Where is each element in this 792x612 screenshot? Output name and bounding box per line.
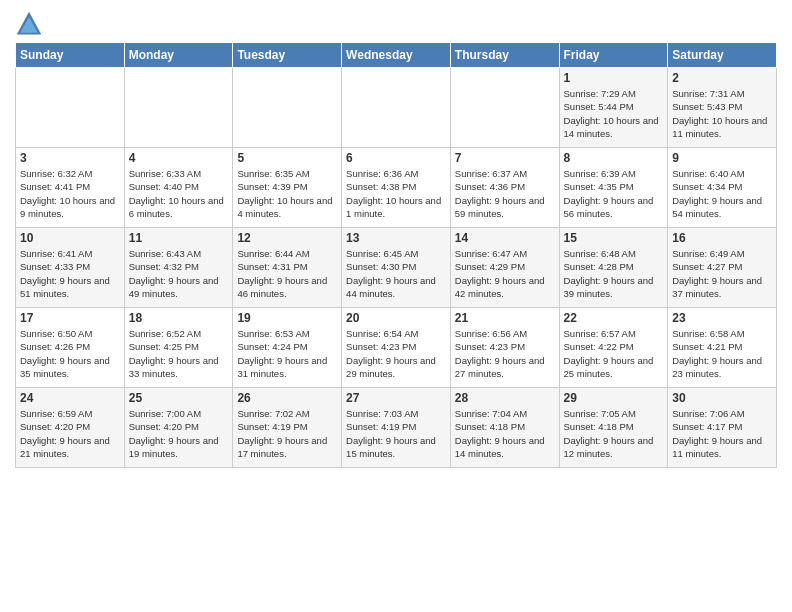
day-number: 17 [20, 311, 120, 325]
day-info: Sunrise: 6:32 AM Sunset: 4:41 PM Dayligh… [20, 167, 120, 220]
calendar-cell [342, 68, 451, 148]
day-number: 4 [129, 151, 229, 165]
day-number: 14 [455, 231, 555, 245]
calendar-cell: 20Sunrise: 6:54 AM Sunset: 4:23 PM Dayli… [342, 308, 451, 388]
calendar-cell: 16Sunrise: 6:49 AM Sunset: 4:27 PM Dayli… [668, 228, 777, 308]
day-info: Sunrise: 6:48 AM Sunset: 4:28 PM Dayligh… [564, 247, 664, 300]
day-info: Sunrise: 6:49 AM Sunset: 4:27 PM Dayligh… [672, 247, 772, 300]
day-number: 5 [237, 151, 337, 165]
day-number: 18 [129, 311, 229, 325]
calendar-cell: 24Sunrise: 6:59 AM Sunset: 4:20 PM Dayli… [16, 388, 125, 468]
calendar-cell: 29Sunrise: 7:05 AM Sunset: 4:18 PM Dayli… [559, 388, 668, 468]
calendar-cell: 8Sunrise: 6:39 AM Sunset: 4:35 PM Daylig… [559, 148, 668, 228]
day-number: 9 [672, 151, 772, 165]
calendar-cell: 19Sunrise: 6:53 AM Sunset: 4:24 PM Dayli… [233, 308, 342, 388]
calendar-cell: 14Sunrise: 6:47 AM Sunset: 4:29 PM Dayli… [450, 228, 559, 308]
day-info: Sunrise: 7:02 AM Sunset: 4:19 PM Dayligh… [237, 407, 337, 460]
day-number: 12 [237, 231, 337, 245]
day-info: Sunrise: 6:40 AM Sunset: 4:34 PM Dayligh… [672, 167, 772, 220]
calendar-week-4: 17Sunrise: 6:50 AM Sunset: 4:26 PM Dayli… [16, 308, 777, 388]
col-header-friday: Friday [559, 43, 668, 68]
day-number: 27 [346, 391, 446, 405]
col-header-saturday: Saturday [668, 43, 777, 68]
day-info: Sunrise: 7:03 AM Sunset: 4:19 PM Dayligh… [346, 407, 446, 460]
calendar-cell: 4Sunrise: 6:33 AM Sunset: 4:40 PM Daylig… [124, 148, 233, 228]
day-number: 13 [346, 231, 446, 245]
calendar-cell: 6Sunrise: 6:36 AM Sunset: 4:38 PM Daylig… [342, 148, 451, 228]
calendar-cell: 12Sunrise: 6:44 AM Sunset: 4:31 PM Dayli… [233, 228, 342, 308]
calendar-cell [450, 68, 559, 148]
calendar-cell: 26Sunrise: 7:02 AM Sunset: 4:19 PM Dayli… [233, 388, 342, 468]
col-header-monday: Monday [124, 43, 233, 68]
day-number: 23 [672, 311, 772, 325]
day-info: Sunrise: 6:43 AM Sunset: 4:32 PM Dayligh… [129, 247, 229, 300]
calendar-cell: 21Sunrise: 6:56 AM Sunset: 4:23 PM Dayli… [450, 308, 559, 388]
calendar-week-3: 10Sunrise: 6:41 AM Sunset: 4:33 PM Dayli… [16, 228, 777, 308]
day-info: Sunrise: 7:00 AM Sunset: 4:20 PM Dayligh… [129, 407, 229, 460]
calendar-week-1: 1Sunrise: 7:29 AM Sunset: 5:44 PM Daylig… [16, 68, 777, 148]
calendar-cell: 28Sunrise: 7:04 AM Sunset: 4:18 PM Dayli… [450, 388, 559, 468]
calendar-cell: 30Sunrise: 7:06 AM Sunset: 4:17 PM Dayli… [668, 388, 777, 468]
day-info: Sunrise: 7:31 AM Sunset: 5:43 PM Dayligh… [672, 87, 772, 140]
day-number: 1 [564, 71, 664, 85]
calendar-cell: 25Sunrise: 7:00 AM Sunset: 4:20 PM Dayli… [124, 388, 233, 468]
header [15, 10, 777, 38]
calendar-week-5: 24Sunrise: 6:59 AM Sunset: 4:20 PM Dayli… [16, 388, 777, 468]
col-header-sunday: Sunday [16, 43, 125, 68]
day-info: Sunrise: 6:50 AM Sunset: 4:26 PM Dayligh… [20, 327, 120, 380]
day-number: 8 [564, 151, 664, 165]
day-number: 11 [129, 231, 229, 245]
calendar-cell: 22Sunrise: 6:57 AM Sunset: 4:22 PM Dayli… [559, 308, 668, 388]
day-info: Sunrise: 6:36 AM Sunset: 4:38 PM Dayligh… [346, 167, 446, 220]
day-info: Sunrise: 6:33 AM Sunset: 4:40 PM Dayligh… [129, 167, 229, 220]
day-info: Sunrise: 6:37 AM Sunset: 4:36 PM Dayligh… [455, 167, 555, 220]
day-info: Sunrise: 6:54 AM Sunset: 4:23 PM Dayligh… [346, 327, 446, 380]
day-info: Sunrise: 6:58 AM Sunset: 4:21 PM Dayligh… [672, 327, 772, 380]
calendar-cell: 15Sunrise: 6:48 AM Sunset: 4:28 PM Dayli… [559, 228, 668, 308]
day-number: 7 [455, 151, 555, 165]
day-number: 15 [564, 231, 664, 245]
day-info: Sunrise: 6:52 AM Sunset: 4:25 PM Dayligh… [129, 327, 229, 380]
day-number: 3 [20, 151, 120, 165]
day-number: 6 [346, 151, 446, 165]
day-info: Sunrise: 6:44 AM Sunset: 4:31 PM Dayligh… [237, 247, 337, 300]
calendar-cell: 7Sunrise: 6:37 AM Sunset: 4:36 PM Daylig… [450, 148, 559, 228]
calendar-cell: 18Sunrise: 6:52 AM Sunset: 4:25 PM Dayli… [124, 308, 233, 388]
day-info: Sunrise: 6:41 AM Sunset: 4:33 PM Dayligh… [20, 247, 120, 300]
calendar-cell: 13Sunrise: 6:45 AM Sunset: 4:30 PM Dayli… [342, 228, 451, 308]
logo [15, 14, 45, 38]
calendar-table: SundayMondayTuesdayWednesdayThursdayFrid… [15, 42, 777, 468]
calendar-cell: 17Sunrise: 6:50 AM Sunset: 4:26 PM Dayli… [16, 308, 125, 388]
day-number: 10 [20, 231, 120, 245]
day-info: Sunrise: 7:29 AM Sunset: 5:44 PM Dayligh… [564, 87, 664, 140]
day-number: 16 [672, 231, 772, 245]
day-number: 30 [672, 391, 772, 405]
calendar-week-2: 3Sunrise: 6:32 AM Sunset: 4:41 PM Daylig… [16, 148, 777, 228]
calendar-cell: 3Sunrise: 6:32 AM Sunset: 4:41 PM Daylig… [16, 148, 125, 228]
calendar-cell [124, 68, 233, 148]
col-header-wednesday: Wednesday [342, 43, 451, 68]
day-info: Sunrise: 6:57 AM Sunset: 4:22 PM Dayligh… [564, 327, 664, 380]
calendar-header-row: SundayMondayTuesdayWednesdayThursdayFrid… [16, 43, 777, 68]
calendar-cell: 1Sunrise: 7:29 AM Sunset: 5:44 PM Daylig… [559, 68, 668, 148]
day-info: Sunrise: 6:59 AM Sunset: 4:20 PM Dayligh… [20, 407, 120, 460]
col-header-tuesday: Tuesday [233, 43, 342, 68]
calendar-cell [16, 68, 125, 148]
day-info: Sunrise: 6:56 AM Sunset: 4:23 PM Dayligh… [455, 327, 555, 380]
day-number: 2 [672, 71, 772, 85]
day-number: 25 [129, 391, 229, 405]
calendar-cell [233, 68, 342, 148]
day-info: Sunrise: 7:06 AM Sunset: 4:17 PM Dayligh… [672, 407, 772, 460]
calendar-cell: 5Sunrise: 6:35 AM Sunset: 4:39 PM Daylig… [233, 148, 342, 228]
calendar-cell: 2Sunrise: 7:31 AM Sunset: 5:43 PM Daylig… [668, 68, 777, 148]
day-number: 24 [20, 391, 120, 405]
calendar-container: SundayMondayTuesdayWednesdayThursdayFrid… [0, 0, 792, 478]
day-info: Sunrise: 7:05 AM Sunset: 4:18 PM Dayligh… [564, 407, 664, 460]
logo-icon [15, 10, 43, 38]
calendar-cell: 9Sunrise: 6:40 AM Sunset: 4:34 PM Daylig… [668, 148, 777, 228]
col-header-thursday: Thursday [450, 43, 559, 68]
day-info: Sunrise: 6:53 AM Sunset: 4:24 PM Dayligh… [237, 327, 337, 380]
day-info: Sunrise: 6:47 AM Sunset: 4:29 PM Dayligh… [455, 247, 555, 300]
day-info: Sunrise: 6:45 AM Sunset: 4:30 PM Dayligh… [346, 247, 446, 300]
calendar-cell: 27Sunrise: 7:03 AM Sunset: 4:19 PM Dayli… [342, 388, 451, 468]
